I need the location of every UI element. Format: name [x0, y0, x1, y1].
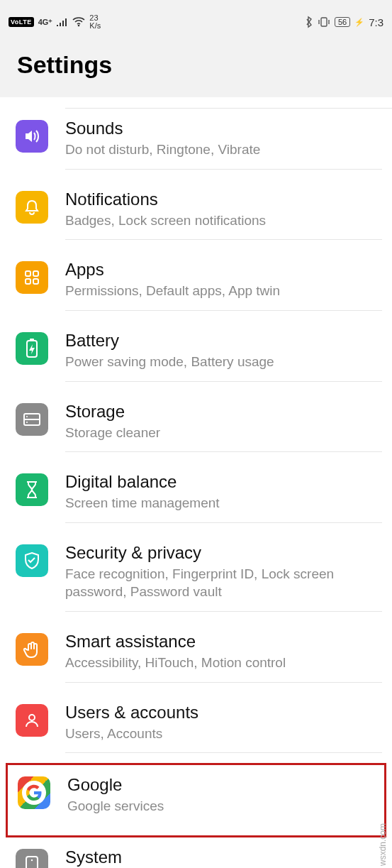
- storage-icon: [16, 403, 48, 436]
- clock: 7:3: [369, 16, 383, 28]
- svg-rect-2: [26, 271, 30, 276]
- shield-icon: [16, 544, 48, 577]
- svg-rect-4: [26, 279, 30, 284]
- row-subtitle: Badges, Lock screen notifications: [65, 211, 382, 230]
- network-speed: 23 K/s: [89, 14, 101, 30]
- row-google[interactable]: Google Google services: [8, 765, 384, 835]
- row-subtitle: Face recognition, Fingerprint ID, Lock s…: [65, 565, 382, 601]
- row-subtitle: Accessibility, HiTouch, Motion control: [65, 654, 382, 672]
- cut-off-row: [65, 97, 392, 109]
- page-header: Settings: [0, 37, 392, 97]
- svg-point-14: [31, 859, 33, 861]
- row-title: Apps: [65, 260, 382, 280]
- svg-rect-5: [33, 279, 38, 284]
- row-subtitle: Permissions, Default apps, App twin: [65, 282, 382, 300]
- svg-rect-7: [30, 339, 34, 341]
- svg-rect-3: [33, 271, 38, 276]
- row-subtitle: Users, Accounts: [65, 725, 382, 743]
- row-title: Google: [67, 775, 374, 795]
- row-system[interactable]: System System navigation, Software updat…: [0, 837, 392, 868]
- svg-rect-1: [321, 18, 327, 26]
- row-title: Storage: [65, 402, 382, 422]
- row-users[interactable]: Users & accounts Users, Accounts: [0, 693, 392, 764]
- highlight-google: Google Google services: [6, 763, 386, 837]
- page-title: Settings: [17, 51, 375, 79]
- row-subtitle: Google services: [67, 797, 374, 815]
- row-title: Notifications: [65, 189, 382, 209]
- row-notifications[interactable]: Notifications Badges, Lock screen notifi…: [0, 180, 392, 251]
- settings-list: Sounds Do not disturb, Ringtone, Vibrate…: [0, 97, 392, 868]
- svg-point-11: [26, 422, 28, 423]
- row-digital-balance[interactable]: Digital balance Screen time management: [0, 462, 392, 533]
- row-title: Battery: [65, 331, 382, 351]
- row-title: Security & privacy: [65, 543, 382, 563]
- row-subtitle: Power saving mode, Battery usage: [65, 353, 382, 371]
- vibrate-icon: [318, 16, 330, 28]
- apps-icon: [16, 261, 48, 294]
- row-security[interactable]: Security & privacy Face recognition, Fin…: [0, 533, 392, 622]
- system-icon: [16, 849, 48, 868]
- bluetooth-icon: [305, 16, 313, 28]
- watermark: wsxdn.com: [378, 823, 388, 866]
- row-subtitle: Do not disturb, Ringtone, Vibrate: [65, 141, 382, 159]
- hourglass-icon: [16, 473, 48, 506]
- row-subtitle: Storage cleaner: [65, 424, 382, 442]
- row-subtitle: Screen time management: [65, 494, 382, 512]
- svg-point-0: [78, 25, 80, 27]
- battery-icon: [16, 332, 48, 365]
- network-type: 4G⁺: [38, 18, 53, 27]
- user-icon: [16, 704, 48, 737]
- status-bar: VoLTE 4G⁺ 23 K/s 56 ⚡ 7:3: [0, 0, 392, 37]
- svg-point-10: [26, 416, 28, 417]
- bell-icon: [16, 191, 48, 224]
- google-icon: [18, 776, 50, 809]
- svg-rect-13: [26, 857, 38, 868]
- row-title: Smart assistance: [65, 632, 382, 652]
- row-smart-assistance[interactable]: Smart assistance Accessibility, HiTouch,…: [0, 622, 392, 693]
- row-title: Users & accounts: [65, 703, 382, 723]
- svg-point-12: [29, 715, 35, 720]
- sound-icon: [16, 120, 48, 153]
- battery-indicator: 56: [335, 17, 350, 27]
- hand-icon: [16, 633, 48, 666]
- signal-icon: [57, 18, 68, 26]
- row-apps[interactable]: Apps Permissions, Default apps, App twin: [0, 250, 392, 321]
- row-title: Digital balance: [65, 472, 382, 492]
- volte-badge: VoLTE: [9, 17, 34, 27]
- wifi-icon: [72, 17, 85, 27]
- row-title: System: [65, 847, 382, 867]
- row-sounds[interactable]: Sounds Do not disturb, Ringtone, Vibrate: [0, 109, 392, 180]
- row-battery[interactable]: Battery Power saving mode, Battery usage: [0, 321, 392, 392]
- row-title: Sounds: [65, 119, 382, 138]
- row-storage[interactable]: Storage Storage cleaner: [0, 392, 392, 463]
